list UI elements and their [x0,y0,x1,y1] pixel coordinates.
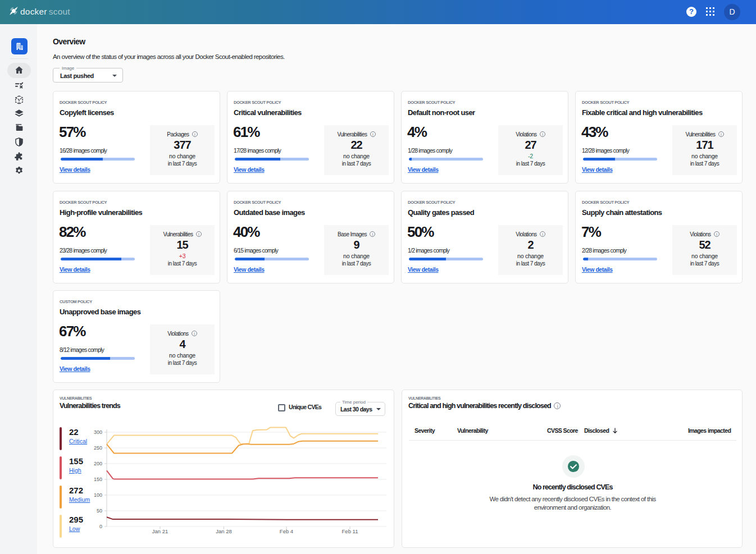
svg-text:Feb 11: Feb 11 [342,528,358,534]
svg-text:300: 300 [94,429,102,435]
svg-text:Feb 4: Feb 4 [280,528,293,534]
svg-text:50: 50 [97,508,102,514]
svg-text:Jan 21: Jan 21 [152,528,168,534]
svg-text:0: 0 [99,524,102,529]
svg-text:Jan 28: Jan 28 [216,528,232,534]
svg-text:100: 100 [94,492,102,498]
svg-text:150: 150 [94,477,102,482]
svg-text:250: 250 [94,445,102,451]
svg-text:200: 200 [94,461,102,466]
